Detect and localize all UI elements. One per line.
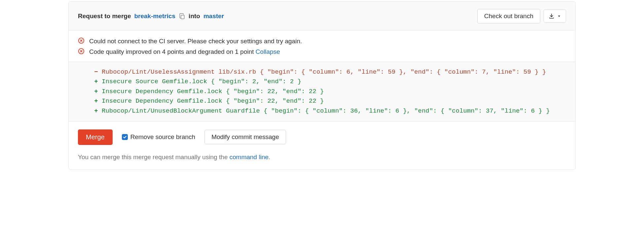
checkout-branch-button[interactable]: Check out branch <box>477 9 540 23</box>
modify-commit-button[interactable]: Modify commit message <box>204 130 286 144</box>
quality-item-text: Rubocop/Lint/UselessAssignment lib/six.r… <box>102 67 546 77</box>
status-section: Could not connect to the CI server. Plea… <box>69 30 575 62</box>
download-dropdown-button[interactable] <box>544 10 566 23</box>
merge-controls-row: Merge Remove source branch Modify commit… <box>78 129 566 145</box>
quality-item-text: Insecure Dependency Gemfile.lock { "begi… <box>102 96 324 106</box>
quality-summary-line: Code quality improved on 4 points and de… <box>78 47 566 57</box>
error-icon <box>78 37 85 44</box>
hint-prefix: You can merge this merge request manuall… <box>78 154 230 160</box>
quality-item: +Rubocop/Lint/UnusedBlockArgument Guardf… <box>94 106 566 116</box>
download-icon <box>549 13 555 19</box>
quality-item: +Insecure Dependency Gemfile.lock { "beg… <box>94 96 566 106</box>
source-branch-link[interactable]: break-metrics <box>134 13 175 20</box>
minus-icon: − <box>94 67 98 77</box>
quality-item-text: Insecure Source Gemfile.lock { "begin": … <box>102 77 301 87</box>
copy-branch-icon[interactable] <box>179 13 185 19</box>
ci-error-line: Could not connect to the CI server. Plea… <box>78 36 566 46</box>
quality-summary-wrap: Code quality improved on 4 points and de… <box>89 47 280 57</box>
widget-header: Request to merge break-metrics into mast… <box>69 2 575 30</box>
code-quality-list: −Rubocop/Lint/UselessAssignment lib/six.… <box>69 62 575 122</box>
error-icon <box>78 48 85 54</box>
merge-prefix: Request to merge <box>78 13 131 20</box>
merge-request-widget: Request to merge break-metrics into mast… <box>68 1 576 170</box>
quality-item: −Rubocop/Lint/UselessAssignment lib/six.… <box>94 67 566 77</box>
ci-error-text: Could not connect to the CI server. Plea… <box>89 36 302 46</box>
remove-source-label: Remove source branch <box>130 133 195 141</box>
collapse-toggle[interactable]: Collapse <box>256 48 280 55</box>
plus-icon: + <box>94 106 98 116</box>
quality-item: +Insecure Source Gemfile.lock { "begin":… <box>94 77 566 87</box>
manual-merge-hint: You can merge this merge request manuall… <box>78 154 566 161</box>
plus-icon: + <box>94 87 98 96</box>
checkbox-checked-icon <box>122 134 128 140</box>
quality-item-text: Insecure Dependency Gemfile.lock { "begi… <box>102 87 324 96</box>
merge-into-word: into <box>189 13 200 20</box>
hint-suffix: . <box>268 154 270 160</box>
quality-item: +Insecure Dependency Gemfile.lock { "beg… <box>94 87 566 96</box>
target-branch-link[interactable]: master <box>203 13 224 20</box>
plus-icon: + <box>94 96 98 106</box>
command-line-link[interactable]: command line <box>230 154 268 160</box>
chevron-down-icon <box>557 14 561 18</box>
quality-summary-text: Code quality improved on 4 points and de… <box>89 48 254 55</box>
remove-source-checkbox[interactable]: Remove source branch <box>122 133 195 141</box>
merge-button[interactable]: Merge <box>78 129 113 145</box>
plus-icon: + <box>94 77 98 87</box>
quality-item-text: Rubocop/Lint/UnusedBlockArgument Guardfi… <box>102 106 550 116</box>
merge-section: Merge Remove source branch Modify commit… <box>69 122 575 169</box>
